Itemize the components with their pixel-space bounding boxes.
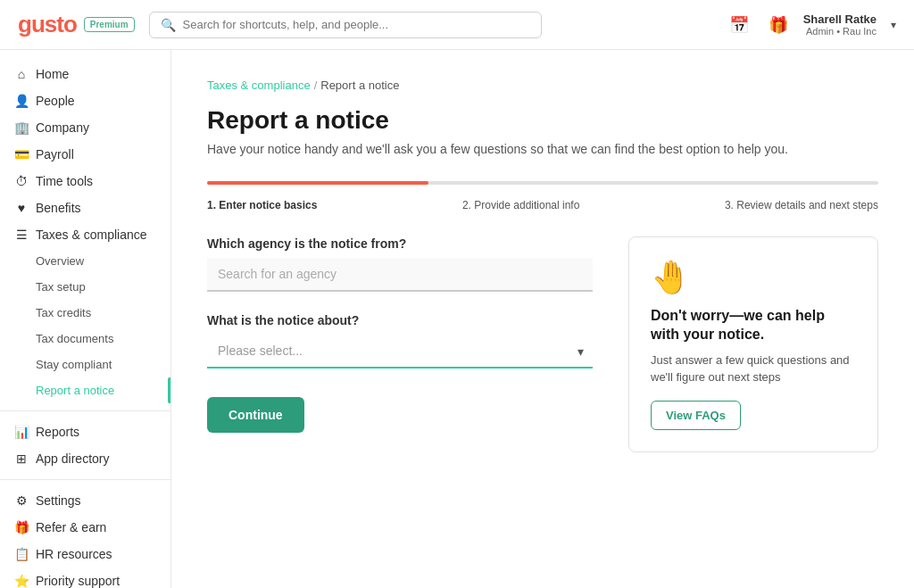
help-hand-icon: 🤚 [651, 259, 856, 296]
progress-step-2: 2. Provide additional info [462, 199, 579, 211]
breadcrumb-separator: / [314, 79, 318, 92]
sidebar-item-label: Reports [36, 425, 79, 439]
view-faqs-button[interactable]: View FAQs [651, 401, 741, 430]
agency-input[interactable] [207, 258, 593, 292]
header-icons: 📅 🎁 Sharell Ratke Admin • Rau Inc ▾ [725, 11, 896, 39]
continue-button[interactable]: Continue [207, 397, 304, 433]
logo: gusto Premium [18, 11, 135, 38]
sidebar-item-time-tools[interactable]: ⏱ Time tools [0, 168, 170, 195]
breadcrumb-current: Report a notice [320, 79, 399, 92]
sidebar-divider-2 [0, 479, 170, 480]
sidebar-item-people[interactable]: 👤 People [0, 87, 170, 114]
sidebar-item-label: Refer & earn [36, 520, 106, 534]
sidebar-item-label: Settings [36, 493, 81, 508]
sidebar-item-tax-setup[interactable]: Tax setup [29, 274, 170, 300]
sidebar-main-nav: ⌂ Home 👤 People 🏢 Company 💳 Payroll ⏱ Ti… [0, 61, 170, 403]
header: gusto Premium 🔍 📅 🎁 Sharell Ratke Admin … [0, 0, 914, 50]
sidebar-item-benefits[interactable]: ♥ Benefits [0, 195, 170, 221]
progress-step-1: 1. Enter notice basics [207, 199, 317, 211]
sidebar-item-overview[interactable]: Overview [29, 248, 170, 274]
form-section: Which agency is the notice from? What is… [207, 236, 878, 452]
sidebar-item-label: Home [36, 67, 69, 81]
sidebar-sub-label: Tax credits [36, 306, 91, 319]
body: ⌂ Home 👤 People 🏢 Company 💳 Payroll ⏱ Ti… [0, 50, 914, 588]
sidebar-item-label: HR resources [36, 547, 112, 561]
sidebar-sub-label: Stay compliant [36, 358, 112, 371]
sidebar-item-reports[interactable]: 📊 Reports [0, 418, 170, 445]
user-name: Sharell Ratke [803, 12, 877, 26]
chevron-down-icon[interactable]: ▾ [891, 19, 896, 31]
form-left: Which agency is the notice from? What is… [207, 236, 593, 452]
page-description: Have your notice handy and we'll ask you… [207, 142, 878, 156]
progress-bar-container: 1. Enter notice basics 2. Provide additi… [207, 181, 878, 211]
benefits-icon: ♥ [14, 201, 29, 215]
people-icon: 👤 [14, 94, 29, 108]
sidebar-item-label: Benefits [36, 201, 81, 215]
sidebar-item-label: Company [36, 120, 89, 135]
hr-icon: 📋 [14, 547, 29, 561]
taxes-icon: ☰ [14, 228, 29, 242]
agency-label: Which agency is the notice from? [207, 236, 593, 251]
calendar-icon[interactable]: 📅 [725, 11, 753, 39]
company-icon: 🏢 [14, 120, 29, 135]
star-icon: ⭐ [14, 574, 29, 588]
sidebar-divider [0, 410, 170, 411]
page-title: Report a notice [207, 106, 878, 135]
notice-form-group: What is the notice about? Please select.… [207, 313, 593, 369]
reports-icon: 📊 [14, 425, 29, 439]
sidebar-item-hr-resources[interactable]: 📋 HR resources [0, 541, 170, 567]
sidebar-item-home[interactable]: ⌂ Home [0, 61, 170, 87]
search-bar[interactable]: 🔍 [149, 12, 542, 38]
premium-badge: Premium [84, 17, 135, 32]
sidebar-item-tax-credits[interactable]: Tax credits [29, 300, 170, 326]
refer-icon: 🎁 [14, 520, 29, 534]
sidebar-item-label: Time tools [36, 174, 93, 188]
sidebar: ⌂ Home 👤 People 🏢 Company 💳 Payroll ⏱ Ti… [0, 50, 171, 588]
agency-form-group: Which agency is the notice from? [207, 236, 593, 292]
sidebar-item-refer-earn[interactable]: 🎁 Refer & earn [0, 514, 170, 541]
gift-icon[interactable]: 🎁 [764, 11, 793, 39]
sidebar-item-app-directory[interactable]: ⊞ App directory [0, 445, 170, 472]
notice-select-wrapper: Please select... Tax underpayment Missin… [207, 335, 593, 369]
sidebar-item-priority-support[interactable]: ⭐ Priority support [0, 567, 170, 588]
sidebar-sub-label: Overview [36, 254, 84, 268]
main-content: Taxes & compliance / Report a notice Rep… [171, 50, 914, 588]
sidebar-item-label: App directory [36, 451, 109, 466]
progress-track [207, 181, 878, 185]
sidebar-item-label: Priority support [36, 574, 120, 588]
sidebar-item-settings[interactable]: ⚙ Settings [0, 487, 170, 514]
notice-select[interactable]: Please select... Tax underpayment Missin… [207, 335, 593, 369]
time-icon: ⏱ [14, 174, 29, 188]
user-sub: Admin • Rau Inc [806, 26, 877, 37]
sidebar-item-label: Payroll [36, 147, 74, 161]
sidebar-item-taxes-compliance[interactable]: ☰ Taxes & compliance [0, 221, 170, 248]
sidebar-item-company[interactable]: 🏢 Company [0, 114, 170, 141]
sidebar-sub-label: Tax setup [36, 280, 86, 294]
breadcrumb-parent[interactable]: Taxes & compliance [207, 79, 311, 92]
sidebar-item-tax-documents[interactable]: Tax documents [29, 326, 170, 352]
app-directory-icon: ⊞ [14, 451, 29, 466]
sidebar-item-payroll[interactable]: 💳 Payroll [0, 141, 170, 168]
progress-steps: 1. Enter notice basics 2. Provide additi… [207, 199, 878, 211]
breadcrumb: Taxes & compliance / Report a notice [207, 79, 878, 92]
payroll-icon: 💳 [14, 147, 29, 161]
progress-step-3: 3. Review details and next steps [725, 199, 878, 211]
sidebar-sub-taxes: Overview Tax setup Tax credits Tax docum… [0, 248, 170, 403]
search-icon: 🔍 [161, 18, 176, 32]
user-info[interactable]: Sharell Ratke Admin • Rau Inc [803, 12, 877, 37]
settings-icon: ⚙ [14, 493, 29, 508]
logo-text: gusto [18, 11, 77, 38]
sidebar-sub-label: Tax documents [36, 332, 113, 345]
sidebar-item-report-notice[interactable]: Report a notice [29, 377, 170, 403]
sidebar-item-label: Taxes & compliance [36, 228, 147, 242]
sidebar-sub-label: Report a notice [36, 384, 114, 397]
help-card-description: Just answer a few quick questions and we… [651, 352, 856, 386]
home-icon: ⌂ [14, 67, 29, 81]
help-card: 🤚 Don't worry—we can help with your noti… [628, 236, 878, 452]
search-input[interactable] [183, 18, 530, 31]
sidebar-item-label: People [36, 94, 75, 108]
progress-fill [207, 181, 428, 185]
help-card-title: Don't worry—we can help with your notice… [651, 307, 856, 344]
notice-label: What is the notice about? [207, 313, 593, 327]
sidebar-item-stay-compliant[interactable]: Stay compliant [29, 352, 170, 377]
